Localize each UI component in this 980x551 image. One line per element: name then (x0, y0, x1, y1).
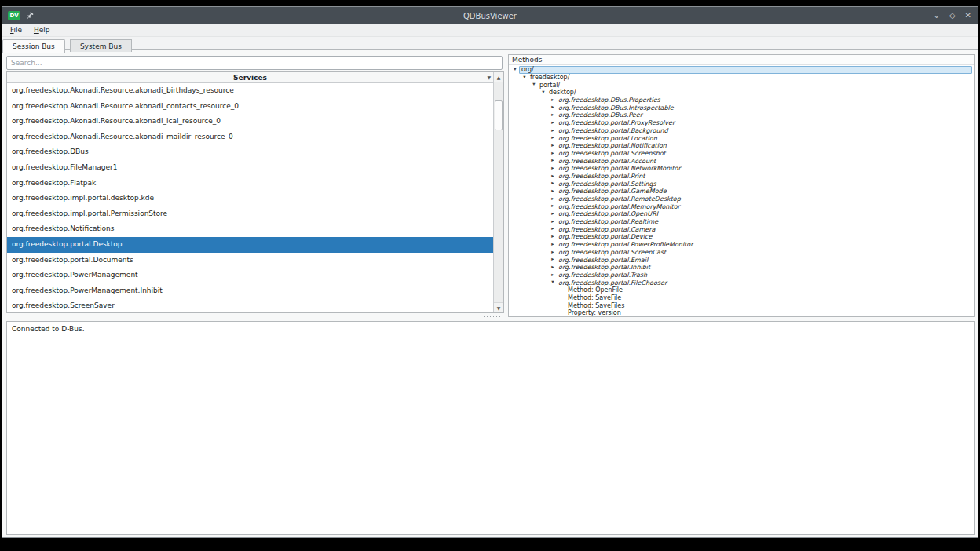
chevron-collapsed-icon[interactable]: ▸ (549, 195, 557, 203)
chevron-collapsed-icon[interactable]: ▸ (549, 97, 557, 104)
tab-session-bus[interactable]: Session Bus (2, 39, 65, 53)
tree-node[interactable]: ▸org.freedesktop.portal.Screenshot (509, 150, 974, 158)
services-panel: Services ▼ org.freedesktop.Akonadi.Resou… (6, 71, 504, 313)
chevron-collapsed-icon[interactable]: ▸ (549, 241, 557, 249)
chevron-collapsed-icon[interactable]: ▸ (549, 218, 557, 226)
tree-node[interactable]: ▸org.freedesktop.portal.ProxyResolver (509, 119, 974, 127)
services-scrollbar[interactable]: ▲ ▼ (493, 72, 503, 312)
tree-node[interactable]: Method: SaveFiles (509, 301, 974, 309)
tree-node[interactable]: ▸org.freedesktop.portal.Account (509, 157, 974, 165)
chevron-expanded-icon[interactable]: ▾ (549, 279, 557, 286)
close-button[interactable]: ✕ (965, 7, 971, 24)
chevron-collapsed-icon[interactable]: ▸ (549, 249, 557, 257)
tab-system-bus[interactable]: System Bus (70, 39, 132, 52)
chevron-collapsed-icon[interactable]: ▸ (549, 264, 557, 272)
scroll-up-icon[interactable]: ▲ (494, 72, 503, 82)
chevron-collapsed-icon[interactable]: ▸ (549, 165, 557, 173)
maximize-button[interactable]: ◇ (949, 7, 956, 24)
chevron-collapsed-icon[interactable]: ▸ (549, 272, 557, 279)
tree-node[interactable]: ▸org.freedesktop.portal.Device (509, 233, 974, 241)
tree-node[interactable]: ▸org.freedesktop.portal.Background (509, 127, 974, 135)
chevron-expanded-icon[interactable]: ▾ (521, 74, 528, 82)
tree-node[interactable]: ▾freedesktop/ (509, 74, 974, 82)
tree-node-label: org.freedesktop.portal.Device (557, 233, 653, 240)
tree-node[interactable]: ▾portal/ (509, 81, 974, 89)
service-row[interactable]: org.freedesktop.DBus (7, 144, 493, 160)
chevron-collapsed-icon[interactable]: ▸ (549, 104, 557, 111)
service-row[interactable]: org.freedesktop.impl.portal.PermissionSt… (7, 206, 493, 222)
minimize-button[interactable]: ⌄ (934, 7, 940, 24)
service-row[interactable]: org.freedesktop.impl.portal.desktop.kde (7, 191, 493, 206)
tree-node[interactable]: ▸org.freedesktop.portal.NetworkMonitor (509, 165, 974, 173)
service-row[interactable]: org.freedesktop.ScreenSaver (7, 298, 493, 312)
chevron-collapsed-icon[interactable]: ▸ (549, 210, 557, 218)
methods-tree: ▾org/▾freedesktop/▾portal/▾desktop/▸org.… (509, 65, 974, 316)
tree-node[interactable]: ▸org.freedesktop.portal.Trash (509, 272, 974, 279)
service-row[interactable]: org.freedesktop.PowerManagement.Inhibit (7, 283, 493, 299)
tree-node[interactable]: ▸org.freedesktop.portal.Inhibit (509, 264, 974, 272)
tree-node[interactable]: ▾desktop/ (509, 89, 974, 97)
titlebar[interactable]: DV QDBusViewer ⌄ ◇ ✕ (2, 7, 978, 24)
chevron-collapsed-icon[interactable]: ▸ (549, 225, 557, 233)
tree-node[interactable]: ▸org.freedesktop.portal.OpenURI (509, 210, 974, 218)
menu-file[interactable]: File (5, 24, 27, 35)
service-row[interactable]: org.freedesktop.Akonadi.Resource.akonadi… (7, 83, 493, 99)
tree-node[interactable]: ▸org.freedesktop.portal.Notification (509, 142, 974, 150)
chevron-collapsed-icon[interactable]: ▸ (549, 111, 557, 119)
service-row[interactable]: org.freedesktop.portal.Desktop (7, 237, 493, 253)
chevron-collapsed-icon[interactable]: ▸ (549, 127, 557, 135)
tree-node[interactable]: ▸org.freedesktop.portal.PowerProfileMoni… (509, 241, 974, 249)
scrollbar-track[interactable] (494, 82, 503, 302)
chevron-collapsed-icon[interactable]: ▸ (549, 142, 557, 150)
tree-node[interactable]: ▸org.freedesktop.DBus.Peer (509, 111, 974, 119)
tree-node[interactable]: ▸org.freedesktop.portal.Camera (509, 225, 974, 233)
service-row[interactable]: org.freedesktop.Flatpak (7, 176, 493, 192)
tree-node[interactable]: ▸org.freedesktop.portal.RemoteDesktop (509, 195, 974, 203)
chevron-expanded-icon[interactable]: ▾ (539, 89, 547, 97)
tree-node[interactable]: ▸org.freedesktop.portal.ScreenCast (509, 249, 974, 257)
chevron-collapsed-icon[interactable]: ▸ (549, 180, 557, 188)
chevron-expanded-icon[interactable]: ▾ (511, 66, 519, 74)
chevron-collapsed-icon[interactable]: ▸ (549, 233, 557, 241)
tree-node[interactable]: ▸org.freedesktop.portal.Realtime (509, 218, 974, 226)
tree-node[interactable]: ▸org.freedesktop.DBus.Properties (509, 97, 974, 104)
service-row[interactable]: org.freedesktop.FileManager1 (7, 160, 493, 176)
search-input[interactable] (6, 56, 503, 70)
chevron-collapsed-icon[interactable]: ▸ (549, 119, 557, 127)
tree-node-label: org.freedesktop.portal.RemoteDesktop (557, 195, 682, 203)
output-panel[interactable]: Connected to D-Bus. (6, 321, 975, 535)
tree-node[interactable]: Method: OpenFile (509, 286, 974, 294)
methods-column-header[interactable]: Methods (509, 55, 974, 65)
chevron-collapsed-icon[interactable]: ▸ (549, 173, 557, 181)
service-row[interactable]: org.freedesktop.Akonadi.Resource.akonadi… (7, 99, 493, 115)
pin-icon[interactable] (25, 12, 34, 20)
tree-node[interactable]: ▸org.freedesktop.portal.Location (509, 134, 974, 142)
tree-node[interactable]: ▾org.freedesktop.portal.FileChooser (509, 279, 974, 286)
tree-node[interactable]: ▸org.freedesktop.portal.Print (509, 173, 974, 181)
chevron-collapsed-icon[interactable]: ▸ (549, 157, 557, 165)
horizontal-splitter[interactable] (6, 315, 975, 319)
chevron-collapsed-icon[interactable]: ▸ (549, 188, 557, 195)
service-row[interactable]: org.freedesktop.PowerManagement (7, 268, 493, 283)
chevron-collapsed-icon[interactable]: ▸ (549, 150, 557, 158)
tree-node-label: org.freedesktop.DBus.Introspectable (557, 104, 675, 111)
chevron-collapsed-icon[interactable]: ▸ (549, 256, 557, 264)
services-column-header[interactable]: Services ▼ (7, 72, 493, 83)
tree-node[interactable]: ▸org.freedesktop.portal.Settings (509, 180, 974, 188)
tree-node[interactable]: ▸org.freedesktop.portal.GameMode (509, 188, 974, 195)
tree-node[interactable]: ▸org.freedesktop.portal.MemoryMonitor (509, 203, 974, 210)
tree-node[interactable]: ▸org.freedesktop.DBus.Introspectable (509, 104, 974, 111)
scrollbar-handle[interactable] (495, 100, 503, 130)
service-row[interactable]: org.freedesktop.portal.Documents (7, 253, 493, 268)
service-row[interactable]: org.freedesktop.Akonadi.Resource.akonadi… (7, 130, 493, 145)
tree-node[interactable]: ▾org/ (509, 66, 974, 74)
chevron-collapsed-icon[interactable]: ▸ (549, 203, 557, 210)
chevron-collapsed-icon[interactable]: ▸ (549, 134, 557, 142)
menu-help[interactable]: Help (29, 24, 55, 35)
scroll-down-icon[interactable]: ▼ (494, 302, 503, 312)
tree-node[interactable]: ▸org.freedesktop.portal.Email (509, 256, 974, 264)
service-row[interactable]: org.freedesktop.Akonadi.Resource.akonadi… (7, 114, 493, 130)
tree-node[interactable]: Method: SaveFile (509, 294, 974, 302)
service-row[interactable]: org.freedesktop.Notifications (7, 221, 493, 237)
chevron-expanded-icon[interactable]: ▾ (530, 81, 538, 89)
